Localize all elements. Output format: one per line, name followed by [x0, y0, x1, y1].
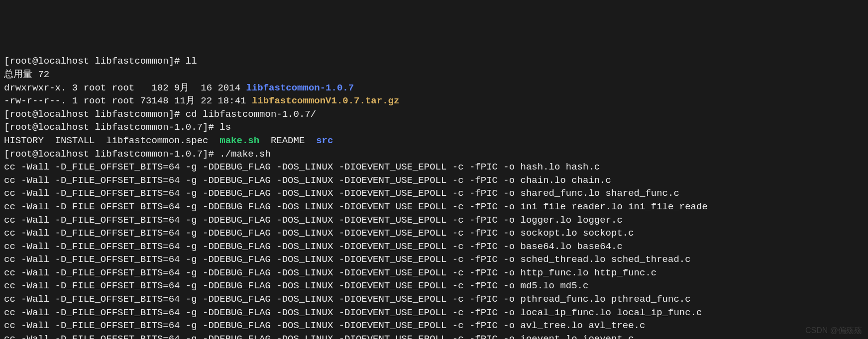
text-segment: cc -Wall -D_FILE_OFFSET_BITS=64 -g -DDEB…: [4, 241, 623, 252]
terminal-line: cc -Wall -D_FILE_OFFSET_BITS=64 -g -DDEB…: [4, 333, 864, 339]
terminal-line: cc -Wall -D_FILE_OFFSET_BITS=64 -g -DDEB…: [4, 253, 864, 266]
watermark: CSDN @偏殇殇: [805, 325, 862, 336]
terminal-line: cc -Wall -D_FILE_OFFSET_BITS=64 -g -DDEB…: [4, 319, 864, 333]
text-segment: [root@localhost libfastcommon]# ll: [4, 56, 197, 67]
text-segment: drwxrwxr-x. 3 root root 102 9月 16 2014: [4, 83, 246, 93]
text-segment: cc -Wall -D_FILE_OFFSET_BITS=64 -g -DDEB…: [4, 162, 600, 172]
terminal-line: cc -Wall -D_FILE_OFFSET_BITS=64 -g -DDEB…: [4, 240, 864, 254]
dir-text: libfastcommon-1.0.7: [246, 83, 354, 93]
text-segment: [root@localhost libfastcommon-1.0.7]# ./…: [4, 149, 271, 160]
terminal-line: 总用量 72: [4, 68, 864, 82]
terminal-line: cc -Wall -D_FILE_OFFSET_BITS=64 -g -DDEB…: [4, 266, 864, 280]
terminal-line: [root@localhost libfastcommon]# ll: [4, 55, 864, 68]
terminal-line: [root@localhost libfastcommon]# cd libfa…: [4, 108, 864, 121]
text-segment: cc -Wall -D_FILE_OFFSET_BITS=64 -g -DDEB…: [4, 254, 691, 265]
text-segment: cc -Wall -D_FILE_OFFSET_BITS=64 -g -DDEB…: [4, 201, 708, 212]
terminal-line: cc -Wall -D_FILE_OFFSET_BITS=64 -g -DDEB…: [4, 161, 864, 174]
terminal-line: [root@localhost libfastcommon-1.0.7]# ls: [4, 121, 864, 134]
dir-text: src: [316, 135, 333, 146]
text-segment: cc -Wall -D_FILE_OFFSET_BITS=64 -g -DDEB…: [4, 334, 634, 339]
text-segment: cc -Wall -D_FILE_OFFSET_BITS=64 -g -DDEB…: [4, 307, 702, 318]
terminal-line: cc -Wall -D_FILE_OFFSET_BITS=64 -g -DDEB…: [4, 174, 864, 187]
text-segment: [root@localhost libfastcommon-1.0.7]# ls: [4, 122, 231, 133]
text-segment: cc -Wall -D_FILE_OFFSET_BITS=64 -g -DDEB…: [4, 188, 679, 199]
text-segment: cc -Wall -D_FILE_OFFSET_BITS=64 -g -DDEB…: [4, 294, 691, 305]
terminal-line: cc -Wall -D_FILE_OFFSET_BITS=64 -g -DDEB…: [4, 200, 864, 214]
text-segment: cc -Wall -D_FILE_OFFSET_BITS=64 -g -DDEB…: [4, 320, 645, 331]
terminal-line: HISTORY INSTALL libfastcommon.spec make.…: [4, 134, 864, 148]
text-segment: README: [259, 135, 316, 146]
text-segment: cc -Wall -D_FILE_OFFSET_BITS=64 -g -DDEB…: [4, 215, 623, 226]
terminal-line: drwxrwxr-x. 3 root root 102 9月 16 2014 l…: [4, 82, 864, 95]
text-segment: -rw-r--r--. 1 root root 73148 11月 22 18:…: [4, 95, 252, 106]
exec-text: make.sh: [219, 135, 259, 146]
terminal-line: cc -Wall -D_FILE_OFFSET_BITS=64 -g -DDEB…: [4, 214, 864, 227]
terminal-line: cc -Wall -D_FILE_OFFSET_BITS=64 -g -DDEB…: [4, 306, 864, 320]
text-segment: cc -Wall -D_FILE_OFFSET_BITS=64 -g -DDEB…: [4, 280, 588, 291]
text-segment: cc -Wall -D_FILE_OFFSET_BITS=64 -g -DDEB…: [4, 228, 634, 239]
text-segment: HISTORY INSTALL libfastcommon.spec: [4, 135, 219, 146]
text-segment: cc -Wall -D_FILE_OFFSET_BITS=64 -g -DDEB…: [4, 175, 611, 186]
text-segment: 总用量 72: [4, 69, 49, 80]
terminal-output[interactable]: [root@localhost libfastcommon]# ll总用量 72…: [4, 55, 864, 339]
terminal-line: cc -Wall -D_FILE_OFFSET_BITS=64 -g -DDEB…: [4, 187, 864, 200]
terminal-line: [root@localhost libfastcommon-1.0.7]# ./…: [4, 148, 864, 161]
terminal-line: -rw-r--r--. 1 root root 73148 11月 22 18:…: [4, 94, 864, 108]
terminal-line: cc -Wall -D_FILE_OFFSET_BITS=64 -g -DDEB…: [4, 227, 864, 240]
terminal-line: cc -Wall -D_FILE_OFFSET_BITS=64 -g -DDEB…: [4, 279, 864, 293]
tar-text: libfastcommonV1.0.7.tar.gz: [252, 95, 399, 106]
text-segment: cc -Wall -D_FILE_OFFSET_BITS=64 -g -DDEB…: [4, 267, 656, 278]
terminal-line: cc -Wall -D_FILE_OFFSET_BITS=64 -g -DDEB…: [4, 293, 864, 306]
text-segment: [root@localhost libfastcommon]# cd libfa…: [4, 109, 316, 120]
